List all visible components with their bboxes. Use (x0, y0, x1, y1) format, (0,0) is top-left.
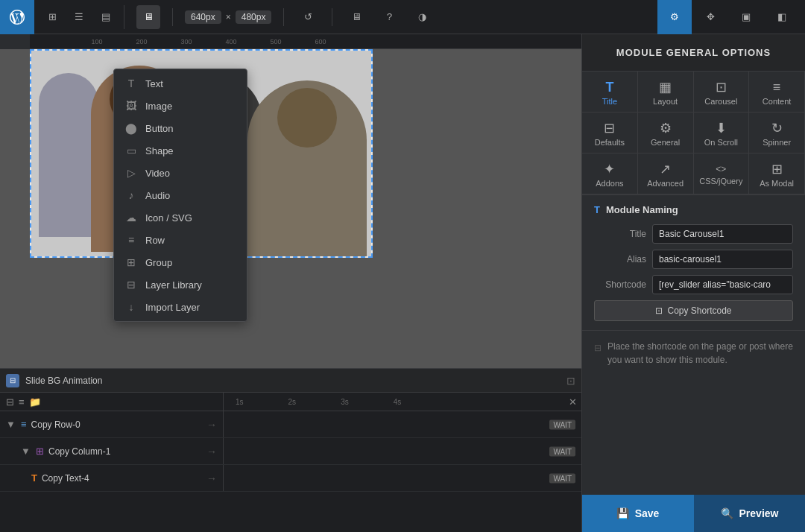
folder-icon[interactable]: 📁 (29, 396, 41, 408)
title-field-label: Title (594, 229, 646, 239)
option-advanced[interactable]: ↗ Advanced (638, 153, 694, 194)
option-spinner[interactable]: ↻ Spinner (749, 113, 805, 153)
text-icon: T (124, 77, 138, 89)
wp-logo[interactable] (0, 0, 34, 34)
settings-panel-btn[interactable]: ⚙ (657, 0, 692, 34)
dropdown-item-row[interactable]: ≡ Row (114, 229, 247, 251)
help-icon-btn[interactable]: ? (377, 5, 401, 29)
time-mark-3s: 3s (341, 398, 349, 406)
undo-icon-btn[interactable]: ↺ (296, 5, 320, 29)
layer-library-icon: ⊟ (124, 279, 138, 291)
track-expand-col1[interactable]: ▼ (21, 446, 31, 457)
module-naming-header: T Module Naming (594, 204, 793, 215)
resolution-display: 640px × 480px (185, 10, 271, 24)
dropdown-item-text[interactable]: T Text (114, 72, 247, 95)
shortcode-field-input[interactable] (652, 275, 793, 294)
dropdown-item-image[interactable]: 🖼 Image (114, 95, 247, 117)
advanced-option-label: Advanced (647, 179, 684, 188)
option-addons[interactable]: ✦ Addons (582, 153, 638, 194)
desktop-icon-btn[interactable]: 🖥 (136, 5, 160, 29)
ruler-mark-100: 100 (75, 38, 119, 45)
layers-panel-btn[interactable]: ◧ (765, 0, 799, 34)
toolbar-center: 🖥 640px × 480px ↺ 🖥 ? ◑ (124, 5, 651, 29)
addons-option-label: Addons (596, 179, 623, 188)
spinner-option-label: Spinner (763, 138, 791, 147)
copy-shortcode-button[interactable]: ⊡ Copy Shortcode (594, 300, 793, 321)
option-layout[interactable]: ▦ Layout (638, 72, 694, 113)
list-icon[interactable]: ≡ (19, 396, 25, 408)
module-options-title: MODULE GENERAL OPTIONS (616, 47, 771, 58)
module-options-header: MODULE GENERAL OPTIONS (582, 34, 805, 72)
option-defaults[interactable]: ⊟ Defaults (582, 113, 638, 153)
title-field-input[interactable] (652, 224, 793, 244)
option-general[interactable]: ⚙ General (638, 113, 694, 153)
slide-bg-bar: ⊟ Slide BG Animation ⊡ (0, 369, 581, 393)
content-option-icon: ≡ (773, 80, 781, 94)
timeline-close-btn[interactable]: ✕ (564, 393, 581, 411)
dropdown-item-shape[interactable]: ▭ Shape (114, 139, 247, 162)
track-arrow-row0: → (206, 419, 217, 431)
module-naming-section: T Module Naming Title Alias Shortcode ⊡ … (582, 195, 805, 331)
track-expand-row0[interactable]: ▼ (6, 419, 16, 430)
person4 (247, 80, 367, 256)
title-option-label: Title (602, 97, 617, 106)
canvas-area: 100 200 300 400 500 600 0 1 2 3 (0, 34, 581, 532)
move-panel-btn[interactable]: ✥ (693, 0, 727, 34)
preview-button[interactable]: 🔍 Preview (693, 495, 805, 532)
toolbar-right: ⚙ ✥ ▣ ◧ (651, 0, 805, 34)
option-carousel[interactable]: ⊡ Carousel (694, 72, 750, 113)
track-icon-col1: ⊞ (36, 446, 44, 457)
timeline-controls: ⊟ ≡ 📁 (0, 393, 224, 411)
dropdown-item-layer-library[interactable]: ⊟ Layer Library (114, 273, 247, 296)
group-icon: ⊞ (124, 256, 138, 268)
as-modal-option-icon: ⊞ (771, 162, 783, 176)
resolution-sep: × (226, 12, 231, 22)
dropdown-item-group[interactable]: ⊞ Group (114, 251, 247, 273)
defaults-option-icon: ⊟ (604, 121, 615, 135)
copy-shortcode-label: Copy Shortcode (667, 305, 731, 316)
panel-icon-btn[interactable]: ▤ (94, 5, 118, 29)
dropdown-item-audio[interactable]: ♪ Audio (114, 184, 247, 206)
dropdown-item-button[interactable]: ⬤ Button (114, 117, 247, 139)
option-content[interactable]: ≡ Content (749, 72, 805, 113)
ruler-mark-400: 400 (209, 38, 253, 45)
track-timeline-col1: WAIT (224, 438, 581, 464)
track-timeline-row0: WAIT (224, 411, 581, 437)
layout-option-label: Layout (653, 97, 678, 106)
option-as-modal[interactable]: ⊞ As Modal (749, 153, 805, 194)
slide-bg-resize-icon[interactable]: ⊡ (566, 375, 575, 387)
main-layout: 100 200 300 400 500 600 0 1 2 3 (0, 34, 805, 532)
option-on-scroll[interactable]: ⬇ On Scroll (694, 113, 750, 153)
time-mark-2s: 2s (288, 398, 297, 406)
dropdown-item-icon-svg[interactable]: ☁ Icon / SVG (114, 206, 247, 229)
alias-field-label: Alias (594, 254, 646, 265)
canvas-content[interactable] (0, 49, 581, 368)
import-layer-icon: ↓ (124, 301, 138, 313)
copy-icon: ⊡ (655, 305, 663, 316)
media-panel-btn[interactable]: ▣ (729, 0, 763, 34)
alias-field-input[interactable] (652, 250, 793, 269)
save-button[interactable]: 💾 Save (582, 495, 693, 532)
content-option-label: Content (763, 97, 792, 106)
option-css-jquery[interactable]: <> CSS/jQuery (694, 153, 750, 194)
option-title[interactable]: T Title (582, 72, 638, 113)
contrast-icon-btn[interactable]: ◑ (410, 5, 434, 29)
title-field-row: Title (594, 224, 793, 244)
ruler-h: 100 200 300 400 500 600 (30, 34, 581, 49)
track-name-col1: Copy Column-1 (48, 446, 110, 457)
layers-icon[interactable]: ⊟ (6, 396, 14, 408)
dropdown-item-import-layer[interactable]: ↓ Import Layer (114, 296, 247, 318)
rows-icon-btn[interactable]: ☰ (67, 5, 91, 29)
track-label-col1: ▼ ⊞ Copy Column-1 → (0, 438, 224, 464)
track-label-text4: T Copy Text-4 → (0, 465, 224, 491)
defaults-option-label: Defaults (595, 138, 625, 147)
preview-mode-btn[interactable]: 🖥 (344, 5, 368, 29)
dropdown-item-video[interactable]: ▷ Video (114, 162, 247, 184)
timeline-area: ⊟ Slide BG Animation ⊡ ⊟ ≡ 📁 1s 2s 3s 4s… (0, 368, 581, 532)
wordpress-icon (8, 8, 26, 26)
save-icon: 💾 (616, 507, 629, 519)
grid-icon-btn[interactable]: ⊞ (40, 5, 64, 29)
on-scroll-option-icon: ⬇ (716, 121, 727, 135)
table-row: ▼ ⊞ Copy Column-1 → WAIT (0, 438, 581, 465)
general-option-icon: ⚙ (660, 121, 672, 135)
